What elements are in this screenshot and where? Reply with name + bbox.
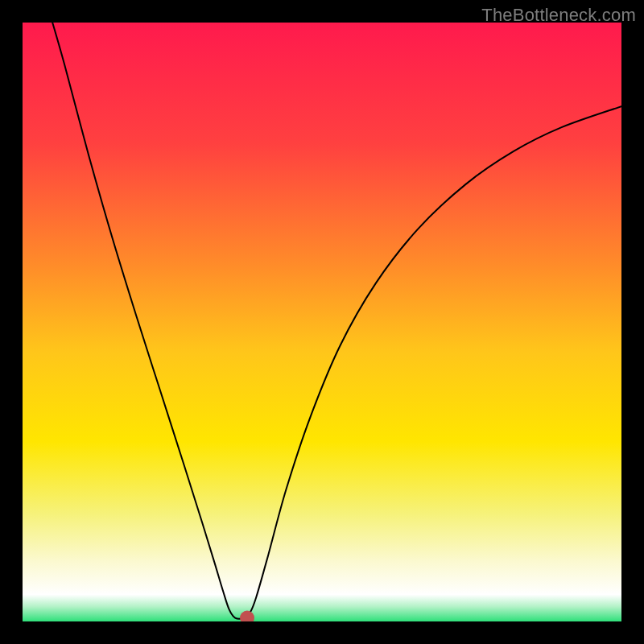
plot-area xyxy=(23,23,621,621)
chart-frame: TheBottleneck.com xyxy=(0,0,644,644)
bottleneck-curve-chart xyxy=(23,23,621,621)
gradient-background xyxy=(23,23,621,621)
